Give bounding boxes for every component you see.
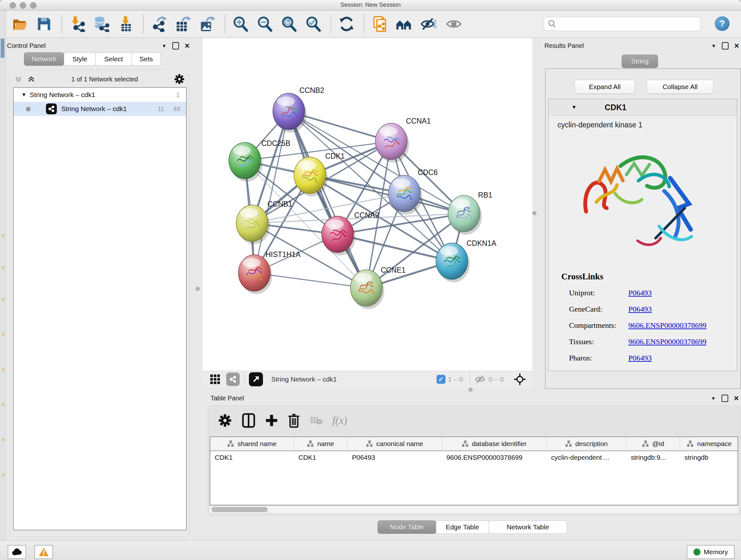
warnings-button[interactable] bbox=[35, 545, 53, 559]
gene-section-header[interactable]: ▼ CDK1 bbox=[549, 99, 737, 116]
refresh-view-icon[interactable] bbox=[338, 16, 355, 32]
network-node-ccne1[interactable]: CCNE1 bbox=[350, 266, 406, 309]
tab-network[interactable]: Network bbox=[24, 52, 64, 66]
memory-button[interactable]: Memory bbox=[687, 545, 735, 559]
column-header[interactable]: canonical name bbox=[347, 437, 442, 450]
show-all-networks-icon[interactable] bbox=[396, 16, 412, 32]
panel-close-icon[interactable]: × bbox=[185, 42, 190, 50]
network-options-gear-icon[interactable] bbox=[174, 74, 185, 84]
zoom-out-icon[interactable] bbox=[257, 16, 273, 32]
create-column-icon[interactable] bbox=[265, 414, 278, 427]
network-edge[interactable] bbox=[289, 111, 366, 288]
import-network-file-icon[interactable] bbox=[69, 16, 85, 32]
panel-float-icon[interactable] bbox=[722, 42, 729, 50]
crosslink-value-link[interactable]: 9606.ENSP00000378699 bbox=[628, 321, 706, 330]
hide-selected-icon[interactable] bbox=[420, 16, 436, 32]
scrollbar-thumb[interactable] bbox=[212, 507, 268, 512]
zoom-selected-icon[interactable] bbox=[305, 16, 322, 32]
crosslink-value-link[interactable]: P06493 bbox=[628, 289, 652, 297]
network-node-hist1h1a[interactable]: HIST1H1A bbox=[239, 250, 301, 294]
table-cell[interactable]: cyclin-dependent ... bbox=[547, 451, 626, 464]
show-hidden-icon[interactable] bbox=[446, 16, 462, 32]
grid-view-icon[interactable] bbox=[210, 374, 220, 385]
column-header[interactable]: name bbox=[294, 437, 347, 450]
birds-eye-view-icon[interactable] bbox=[249, 372, 263, 386]
zoom-in-icon[interactable] bbox=[232, 16, 249, 32]
network-collection-row[interactable]: ▼ String Network – cdk1 1 bbox=[14, 88, 186, 102]
table-horizontal-scrollbar[interactable] bbox=[210, 506, 738, 513]
panel-float-icon[interactable] bbox=[172, 42, 179, 50]
zoom-fit-icon[interactable] bbox=[281, 16, 297, 32]
column-header[interactable]: @id bbox=[626, 437, 680, 450]
table-cell[interactable]: CDK1 bbox=[294, 451, 347, 464]
table-cell[interactable]: 9606.ENSP00000378699 bbox=[442, 451, 547, 464]
import-table-file-icon[interactable] bbox=[118, 16, 134, 32]
tree-expander-icon[interactable]: ▼ bbox=[21, 92, 30, 98]
network-canvas[interactable]: CCNB2CCNA1CDC25BCDK1CDC6RB1CCNB1CCNA2CDK… bbox=[203, 38, 532, 371]
show-columns-icon[interactable] bbox=[242, 413, 256, 428]
column-header[interactable]: shared name bbox=[210, 437, 294, 450]
collapse-all-icon[interactable] bbox=[14, 75, 23, 83]
tab-edge-table[interactable]: Edge Table bbox=[436, 520, 489, 534]
table-cell[interactable]: P06493 bbox=[347, 451, 442, 464]
table-cell[interactable]: stringdb:9... bbox=[626, 451, 680, 464]
left-splitter-handle[interactable] bbox=[196, 287, 200, 291]
network-row[interactable]: String Network – cdk1 11 48 bbox=[14, 102, 186, 116]
panel-menu-icon[interactable]: ▼ bbox=[711, 395, 716, 401]
tab-select[interactable]: Select bbox=[95, 52, 132, 66]
column-header[interactable]: database identifier bbox=[442, 437, 547, 450]
panel-close-icon[interactable]: × bbox=[734, 42, 739, 50]
column-header[interactable]: description bbox=[547, 437, 626, 450]
crosslink-value-link[interactable]: 9606.ENSP00000378699 bbox=[628, 337, 706, 346]
table-options-gear-icon[interactable] bbox=[218, 414, 232, 428]
crosslink-value-link[interactable]: P06493 bbox=[628, 354, 652, 362]
horizontal-splitter-handle[interactable] bbox=[468, 388, 473, 392]
tab-string[interactable]: String bbox=[622, 55, 658, 68]
right-splitter-handle[interactable] bbox=[532, 211, 536, 215]
search-input[interactable] bbox=[544, 17, 701, 31]
table-cell[interactable]: stringdb bbox=[680, 451, 738, 464]
search-field[interactable] bbox=[557, 20, 700, 28]
tab-style[interactable]: Style bbox=[64, 52, 96, 66]
collapse-all-button[interactable]: Collapse All bbox=[647, 80, 714, 94]
export-table-icon[interactable] bbox=[175, 16, 192, 32]
crosshair-icon[interactable] bbox=[514, 373, 526, 385]
network-share-icon[interactable] bbox=[226, 373, 240, 386]
panel-menu-icon[interactable]: ▼ bbox=[711, 43, 716, 49]
section-collapse-icon[interactable]: ▼ bbox=[571, 105, 577, 110]
tab-network-table[interactable]: Network Table bbox=[488, 520, 567, 534]
export-image-icon[interactable] bbox=[199, 16, 216, 32]
table-row[interactable]: CDK1CDK1P064939606.ENSP00000378699cyclin… bbox=[210, 451, 738, 464]
column-header-label: canonical name bbox=[376, 440, 423, 448]
panel-close-icon[interactable]: × bbox=[734, 394, 739, 402]
network-node-ccnb2[interactable]: CCNB2 bbox=[273, 86, 324, 132]
delete-column-icon[interactable] bbox=[287, 413, 300, 428]
tab-sets[interactable]: Sets bbox=[131, 52, 161, 66]
panel-float-icon[interactable] bbox=[722, 395, 728, 402]
cloud-status-button[interactable] bbox=[8, 545, 26, 559]
expand-all-button[interactable]: Expand All bbox=[575, 80, 635, 94]
open-session-icon[interactable] bbox=[11, 16, 28, 32]
expand-all-icon[interactable] bbox=[27, 75, 36, 83]
crosslink-value-link[interactable]: P06493 bbox=[628, 305, 652, 314]
column-header-label: name bbox=[317, 440, 334, 448]
network-node-ccna1[interactable]: CCNA1 bbox=[375, 117, 431, 163]
table-cell[interactable]: CDK1 bbox=[210, 451, 294, 464]
column-header[interactable]: namespace bbox=[680, 437, 738, 450]
copy-network-icon[interactable] bbox=[372, 16, 388, 32]
network-node-cdc6[interactable]: CDC6 bbox=[388, 168, 438, 214]
node-table[interactable]: shared namenamecanonical namedatabase id… bbox=[210, 436, 738, 505]
network-icon bbox=[46, 104, 57, 114]
network-node-cdk1[interactable]: CDK1 bbox=[294, 152, 345, 196]
import-network-database-icon[interactable] bbox=[93, 16, 110, 32]
export-network-icon[interactable] bbox=[151, 16, 167, 32]
crosslink-label: Compartments: bbox=[569, 321, 628, 330]
save-session-icon[interactable] bbox=[36, 16, 52, 32]
tab-node-table[interactable]: Node Table bbox=[378, 520, 436, 534]
network-node-rb1[interactable]: RB1 bbox=[448, 191, 492, 235]
panel-menu-icon[interactable]: ▼ bbox=[162, 43, 166, 49]
network-node-cdkn1a[interactable]: CDKN1A bbox=[436, 239, 496, 282]
network-node-cdc25b[interactable]: CDC25B bbox=[229, 139, 290, 182]
help-icon[interactable]: ? bbox=[715, 16, 730, 31]
selected-indicator-checkbox[interactable]: ✓ bbox=[436, 375, 446, 384]
